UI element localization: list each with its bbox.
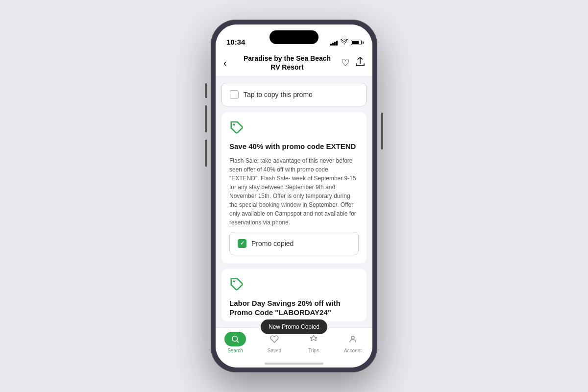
promo-title-2: Labor Day Savings 20% off with Promo Cod… [229,298,359,318]
phone-screen: 10:34 [216,24,372,368]
battery-icon [351,40,362,45]
status-time: 10:34 [226,38,245,46]
phone-frame: 10:34 [211,20,377,372]
search-tab-label: Search [227,348,243,353]
promo-copied-label: Promo copied [251,240,294,247]
tab-search[interactable]: Search [216,332,255,353]
tag-icon-1 [229,120,359,137]
volume-down-button [205,140,207,167]
power-button [381,113,383,149]
tab-account[interactable]: Account [333,332,372,353]
copy-checkbox-checked [238,239,246,248]
status-icons [330,39,362,46]
home-indicator [265,363,323,365]
account-tab-icon-wrap [342,332,364,346]
svg-point-0 [233,124,235,126]
svg-point-1 [233,280,235,282]
copy-checkbox-unchecked [230,90,239,99]
account-tab-label: Account [344,348,362,353]
promo-copied-button[interactable]: Promo copied [229,232,359,255]
tab-trips[interactable]: Trips [294,332,333,353]
nav-actions: ♡ [335,57,365,69]
svg-point-3 [351,336,354,339]
promo-title-1: Save 40% with promo code EXTEND [229,142,359,151]
tag-icon-2 [229,277,359,294]
promo-copy-button[interactable]: Tap to copy this promo [221,83,367,106]
promo-card-1: Save 40% with promo code EXTEND Flash Sa… [221,112,367,263]
back-button[interactable]: ‹ [223,57,239,69]
page-title: Paradise by the Sea Beach RV Resort [239,54,335,72]
signal-icon [330,40,338,46]
volume-up-button [205,105,207,132]
mute-button [205,83,207,98]
toast-label: New Promo Copied [269,323,319,330]
wifi-icon [341,39,348,46]
search-tab-icon-wrap [224,332,246,346]
saved-tab-label: Saved [268,348,281,353]
promo-description-1: Flash Sale: take advantage of this never… [229,156,359,227]
dynamic-island [270,30,318,44]
toast-notification: New Promo Copied [261,319,327,334]
tab-saved[interactable]: Saved [255,332,294,353]
heart-button[interactable]: ♡ [341,57,350,69]
promo-copy-label: Tap to copy this promo [244,91,313,98]
trips-tab-label: Trips [308,348,319,353]
scroll-content: Tap to copy this promo Save 40% with pro… [216,77,372,327]
nav-header: ‹ Paradise by the Sea Beach RV Resort ♡ [216,49,372,77]
share-button[interactable] [356,57,365,69]
promo-card-2: Labor Day Savings 20% off with Promo Cod… [221,269,367,321]
